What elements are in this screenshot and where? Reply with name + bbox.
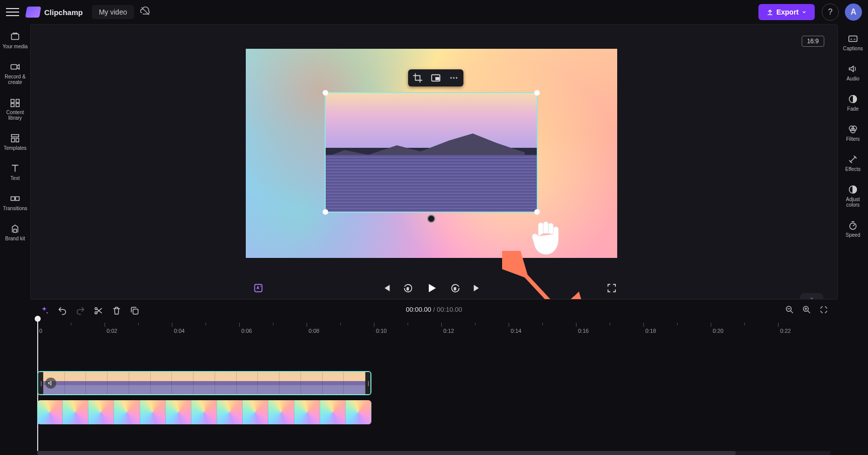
export-label: Export xyxy=(777,8,799,16)
svg-rect-6 xyxy=(16,104,19,107)
duplicate-button[interactable] xyxy=(130,306,140,316)
forward-5-button[interactable]: 5 xyxy=(450,283,461,294)
play-button[interactable] xyxy=(425,281,439,295)
ruler-label: 0:20 xyxy=(713,328,723,334)
rightbar-item-effects[interactable]: Effects xyxy=(839,151,867,175)
clip-mute-button[interactable] xyxy=(45,378,56,389)
timeline-panel: 00:00.00 / 00:10.00 00:020:040:060:080:1… xyxy=(30,299,838,455)
resize-handle-br[interactable] xyxy=(534,209,540,215)
ruler-label: 0:08 xyxy=(309,328,319,334)
track-video-1[interactable]: || || xyxy=(37,371,831,395)
crop-button[interactable] xyxy=(412,72,423,83)
pointer-hand-icon xyxy=(528,218,563,257)
rightbar-label: Audio xyxy=(846,76,859,81)
delete-button[interactable] xyxy=(112,306,122,316)
sidebar-label: Transitions xyxy=(3,206,28,211)
ruler-label: 0:10 xyxy=(376,328,387,334)
sidebar-item-brand-kit[interactable]: Brand kit xyxy=(2,220,29,244)
sidebar-label: Templates xyxy=(4,145,27,151)
right-sidebar: Captions Audio Fade Filters Effects Adju… xyxy=(838,24,868,455)
sidebar-item-record-create[interactable]: Record & create xyxy=(2,58,29,88)
preview-stage: 16:9 5 5 ⌄ xyxy=(30,24,838,299)
timeline-clip-gradient[interactable] xyxy=(37,400,371,424)
svg-rect-2 xyxy=(11,64,17,69)
zoom-in-button[interactable] xyxy=(802,305,812,315)
help-button[interactable]: ? xyxy=(822,4,839,21)
playback-controls: 5 5 xyxy=(246,275,617,301)
undo-button[interactable] xyxy=(57,306,67,316)
svg-rect-3 xyxy=(11,100,14,103)
scrollbar-thumb[interactable] xyxy=(37,451,736,455)
rightbar-label: Effects xyxy=(845,166,860,172)
svg-point-22 xyxy=(450,77,452,79)
ruler-label: 0:22 xyxy=(780,328,791,334)
svg-rect-9 xyxy=(16,138,19,142)
rotate-handle[interactable] xyxy=(427,215,435,223)
rightbar-item-adjust-colors[interactable]: Adjust colors xyxy=(839,181,867,211)
top-bar: Clipchamp My video Export ? A xyxy=(0,0,868,24)
ruler-label: 0:04 xyxy=(174,328,184,334)
sidebar-label: Text xyxy=(11,175,20,181)
ruler-label: 0:12 xyxy=(443,328,454,334)
sidebar-item-your-media[interactable]: Your media xyxy=(2,28,29,52)
timecode-display: 00:00.00 / 00:10.00 xyxy=(406,306,462,313)
redo-button[interactable] xyxy=(75,306,85,316)
current-time: 00:00.00 xyxy=(406,306,431,313)
fullscreen-button[interactable] xyxy=(606,283,617,294)
project-name[interactable]: My video xyxy=(92,5,134,19)
skip-forward-button[interactable] xyxy=(472,283,483,294)
skip-back-button[interactable] xyxy=(380,283,392,294)
sidebar-label: Content library xyxy=(2,110,29,121)
left-sidebar: Your media Record & create Content libra… xyxy=(0,24,30,455)
svg-rect-21 xyxy=(436,77,439,80)
export-button[interactable]: Export xyxy=(758,4,815,20)
svg-rect-8 xyxy=(12,138,15,142)
ruler-label: 0:02 xyxy=(107,328,117,334)
pip-button[interactable] xyxy=(430,72,441,83)
sidebar-label: Your media xyxy=(3,44,28,49)
svg-rect-5 xyxy=(11,104,14,107)
sidebar-item-templates[interactable]: Templates xyxy=(2,130,29,154)
clip-trim-right[interactable]: || xyxy=(365,372,370,394)
timeline-scrollbar[interactable] xyxy=(37,451,831,455)
svg-rect-13 xyxy=(849,36,857,42)
sync-off-icon[interactable] xyxy=(140,6,150,18)
avatar[interactable]: A xyxy=(845,4,862,21)
clip-trim-left[interactable]: || xyxy=(38,372,43,394)
menu-button[interactable] xyxy=(6,6,19,19)
more-button[interactable] xyxy=(448,72,459,83)
ai-timeline-button[interactable] xyxy=(39,306,49,316)
clip-floating-toolbar xyxy=(408,69,463,86)
resize-handle-bl[interactable] xyxy=(323,209,328,215)
zoom-fit-button[interactable] xyxy=(819,305,829,315)
ruler-label: 0:16 xyxy=(578,328,589,334)
aspect-ratio-button[interactable]: 16:9 xyxy=(802,36,824,47)
sidebar-item-content-library[interactable]: Content library xyxy=(2,94,29,124)
ruler-label: 0:14 xyxy=(511,328,521,334)
ai-enhance-button[interactable] xyxy=(253,283,264,294)
rewind-5-button[interactable]: 5 xyxy=(403,283,414,294)
sidebar-item-text[interactable]: Text xyxy=(2,160,29,184)
timeline-clip-sunset[interactable]: || || xyxy=(37,371,371,395)
svg-point-29 xyxy=(47,312,48,314)
rightbar-item-captions[interactable]: Captions xyxy=(839,30,867,54)
rightbar-item-speed[interactable]: Speed xyxy=(839,217,867,241)
rightbar-label: Captions xyxy=(843,46,862,51)
split-button[interactable] xyxy=(93,306,104,316)
ruler-label: 0 xyxy=(39,328,42,334)
sidebar-label: Record & create xyxy=(2,74,29,85)
rightbar-item-filters[interactable]: Filters xyxy=(839,121,867,145)
resize-handle-tr[interactable] xyxy=(534,90,540,96)
rightbar-item-audio[interactable]: Audio xyxy=(839,60,867,84)
sidebar-item-transitions[interactable]: Transitions xyxy=(2,190,29,214)
sidebar-label: Brand kit xyxy=(5,236,25,241)
zoom-out-button[interactable] xyxy=(785,305,795,315)
selected-clip[interactable] xyxy=(325,92,538,213)
resize-handle-tl[interactable] xyxy=(323,90,328,96)
track-video-2[interactable] xyxy=(37,400,831,424)
svg-text:5: 5 xyxy=(454,287,456,291)
rightbar-item-fade[interactable]: Fade xyxy=(839,90,867,115)
svg-rect-7 xyxy=(12,135,19,137)
timeline-ruler[interactable]: 00:020:040:060:080:100:120:140:160:180:2… xyxy=(34,322,834,336)
svg-point-23 xyxy=(453,77,455,79)
